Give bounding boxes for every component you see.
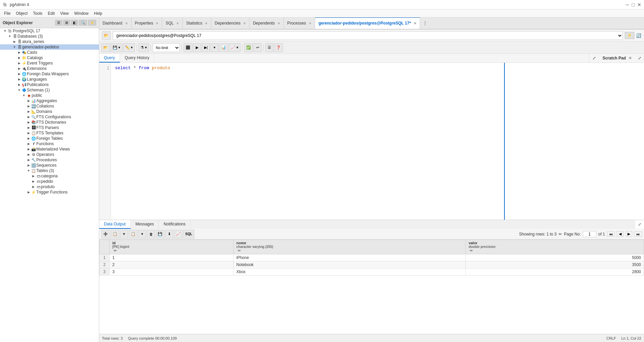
tree-item-fts-dicts[interactable]: ▶ 📚 FTS Dictionaries	[0, 120, 99, 125]
tree-item-languages[interactable]: ▶ 🌍 Languages	[0, 77, 99, 82]
row-1-valor[interactable]: 5000	[466, 254, 644, 261]
chart-btn[interactable]: 📈	[174, 230, 183, 239]
next-page-btn[interactable]: ▶	[626, 231, 632, 237]
expand-scratch-btn[interactable]: ⤢	[638, 56, 641, 60]
tab-properties-close[interactable]: ✕	[156, 22, 158, 25]
menu-file[interactable]: File	[1, 10, 13, 16]
menu-view[interactable]: View	[58, 10, 72, 16]
tree-item-alura-series[interactable]: ▶ 🗄 alura_series	[0, 39, 99, 44]
tab-query-tool[interactable]: gerenciador-pedidos/postgres@PostgreSQL …	[315, 17, 420, 29]
toggle-sequences[interactable]: ▶	[26, 164, 31, 167]
menu-help[interactable]: Help	[91, 10, 105, 16]
tree-item-postgresql[interactable]: ▼ 🐘 PostgreSQL 17	[0, 28, 99, 34]
tree-item-aggregates[interactable]: ▶ 📊 Aggregates	[0, 98, 99, 103]
expand-query-btn[interactable]: ⤢	[593, 56, 596, 60]
explorer-list-btn[interactable]: ☰	[55, 20, 62, 26]
scratch-pad-close[interactable]: ✕	[629, 56, 632, 60]
rollback-btn[interactable]: ↩	[254, 43, 262, 52]
tab-more-btn[interactable]: ⋮	[420, 20, 430, 26]
tab-properties[interactable]: Properties ✕	[131, 17, 162, 29]
tree-item-fts-templates[interactable]: ▶ 📋 FTS Templates	[0, 130, 99, 136]
toggle-publications[interactable]: ▶	[17, 83, 22, 86]
toggle-trigger-functions[interactable]: ▶	[26, 190, 31, 194]
tree-item-casts[interactable]: ▶ 🎭 Casts	[0, 50, 99, 55]
tree-item-materialized-views[interactable]: ▶ 📸 Materialized Views	[0, 146, 99, 152]
row-1-id[interactable]: 1	[110, 254, 234, 261]
menu-tools[interactable]: Tools	[30, 10, 45, 16]
macro-btn[interactable]: ☰	[265, 43, 273, 52]
tree-item-fts-parsers[interactable]: ▶ 🅰 FTS Parsers	[0, 125, 99, 130]
tab-notifications[interactable]: Notifications	[159, 220, 190, 229]
refresh-btn[interactable]: 🔄	[636, 33, 641, 38]
menu-object[interactable]: Object	[13, 10, 30, 16]
limit-select[interactable]: No limit 1000 rows	[153, 43, 180, 52]
tab-messages[interactable]: Messages	[131, 220, 159, 229]
tree-item-fts-configs[interactable]: ▶ 🔍 FTS Configurations	[0, 114, 99, 120]
menu-window[interactable]: Window	[72, 10, 91, 16]
connection-options-btn[interactable]: ⚡	[625, 32, 634, 39]
tree-item-databases[interactable]: ▼ 🗄 Databases (3)	[0, 34, 99, 39]
subtab-query[interactable]: Query	[99, 54, 120, 62]
prev-page-btn[interactable]: ◀	[617, 231, 623, 237]
toggle-fts-parsers[interactable]: ▶	[26, 126, 31, 129]
toggle-foreign-tables[interactable]: ▶	[26, 137, 31, 140]
col-nome-edit[interactable]: ✏	[238, 249, 241, 253]
save-btn[interactable]: 💾 ▾	[111, 43, 122, 52]
toggle-tables[interactable]: ▼	[26, 169, 31, 172]
tab-statistics-close[interactable]: ✕	[205, 22, 207, 25]
tab-sql-close[interactable]: ✕	[176, 22, 179, 25]
tree-item-procedures[interactable]: ▶ 🔧 Procedures	[0, 157, 99, 163]
col-valor-edit[interactable]: ✏	[470, 249, 473, 253]
tree-item-domains[interactable]: ▶ 📐 Domains	[0, 109, 99, 114]
toggle-languages[interactable]: ▶	[17, 78, 22, 81]
tab-processes[interactable]: Processes ✕	[284, 17, 315, 29]
toggle-public[interactable]: ▼	[22, 94, 26, 97]
query-editor[interactable]: 1 select * from produto	[99, 63, 504, 220]
stop-btn[interactable]: ⬛	[184, 43, 192, 52]
col-id-edit[interactable]: ✏	[114, 249, 117, 253]
toggle-postgresql[interactable]: ▼	[3, 29, 7, 33]
menu-edit[interactable]: Edit	[45, 10, 58, 16]
code-area[interactable]: select * from produto	[111, 63, 504, 220]
add-row-btn[interactable]: ➕	[101, 230, 110, 239]
explorer-grid-btn[interactable]: ⊞	[63, 20, 70, 26]
tree-item-tables[interactable]: ▼ 📋 Tables (3)	[0, 168, 99, 173]
tree-item-gerenciador-pedidos[interactable]: ▼ 🗄 gerenciador-pedidos	[0, 44, 99, 50]
run-btn[interactable]: ▶	[193, 43, 201, 52]
tab-dependents[interactable]: Dependents ✕	[250, 17, 284, 29]
tree-item-operators[interactable]: ▶ ⚙ Operators	[0, 152, 99, 157]
toggle-fdw[interactable]: ▶	[17, 72, 22, 76]
find-btn[interactable]: ✏️ ▾	[123, 43, 135, 52]
minimize-button[interactable]: ─	[626, 2, 629, 7]
paste-options-btn[interactable]: ▾	[138, 230, 146, 239]
explain-btn[interactable]: 📊	[219, 43, 228, 52]
tab-processes-close[interactable]: ✕	[309, 22, 311, 25]
toggle-extensions[interactable]: ▶	[17, 67, 22, 70]
explorer-search-btn[interactable]: 🔍	[79, 20, 87, 26]
row-3-id[interactable]: 3	[110, 268, 234, 275]
export-btn[interactable]: ⬇	[165, 230, 173, 239]
tab-dashboard[interactable]: Dashboard ✕	[99, 17, 131, 29]
toggle-operators[interactable]: ▶	[26, 153, 31, 156]
maximize-button[interactable]: □	[632, 2, 635, 7]
open-file-btn[interactable]: 📂	[102, 31, 111, 40]
delete-btn[interactable]: 🗑	[147, 230, 155, 239]
tab-dependents-close[interactable]: ✕	[277, 22, 280, 25]
toggle-fts-configs[interactable]: ▶	[26, 115, 31, 119]
row-2-id[interactable]: 2	[110, 261, 234, 268]
run-query-btn[interactable]: ▶|	[202, 43, 210, 52]
tree-item-sequences[interactable]: ▶ 🔢 Sequences	[0, 163, 99, 168]
tree-item-produto[interactable]: ▶ 🗃 produto	[0, 184, 99, 189]
tab-dashboard-close[interactable]: ✕	[125, 22, 128, 25]
col-nome[interactable]: nome character varying (255) ✏	[233, 240, 466, 254]
toggle-aggregates[interactable]: ▶	[26, 99, 31, 102]
close-button[interactable]: ✕	[637, 2, 641, 7]
row-3-nome[interactable]: Xbox	[233, 268, 466, 275]
row-2-nome[interactable]: Notebook	[233, 261, 466, 268]
expand-bottom-btn[interactable]: ⤢	[638, 222, 641, 227]
scratch-pad-content[interactable]	[505, 63, 644, 220]
toggle-fts-templates[interactable]: ▶	[26, 131, 31, 135]
toggle-databases[interactable]: ▼	[7, 35, 12, 38]
save-data-btn[interactable]: 💾	[156, 230, 164, 239]
toggle-event-triggers[interactable]: ▶	[17, 61, 22, 65]
